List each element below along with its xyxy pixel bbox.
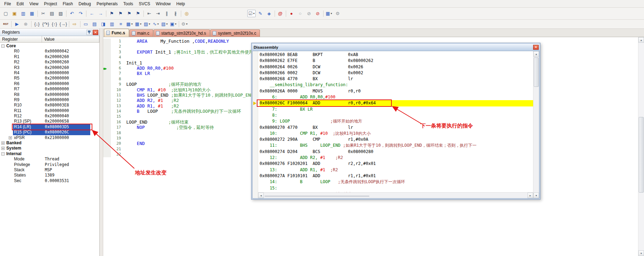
scroll-down-icon[interactable]: ▼ (533, 193, 539, 198)
symbol-window-icon[interactable]: ◨ (99, 20, 107, 28)
breakpoints-disable-all-icon[interactable]: ⊘ (305, 10, 313, 17)
breakpoint-enable-icon[interactable]: ○ (296, 10, 304, 17)
tree-expander-icon[interactable]: + (1, 141, 5, 145)
scroll-down-icon[interactable]: ▼ (638, 250, 644, 256)
dropdown-arrow-icon[interactable]: ▾ (186, 22, 187, 26)
registers-close-button[interactable]: ✕ (93, 30, 98, 35)
disassembly-line[interactable]: 13: ADD R1, #1 ;R2 (260, 167, 533, 173)
reset-icon[interactable]: RST (2, 20, 10, 28)
register-row-r4[interactable]: R40x00000000 (0, 70, 99, 76)
step-out-icon[interactable]: {↑} (50, 20, 58, 28)
disassembly-gutter[interactable] (253, 51, 258, 198)
disassembly-line[interactable]: 12: ADD R2, #1 ;R2 (260, 155, 533, 161)
menu-debug[interactable]: Debug (76, 1, 94, 7)
register-row-r15-pc-[interactable]: R15 (PC)0x0800026C (0, 130, 99, 135)
register-row-r9[interactable]: R90x00000000 (0, 97, 99, 103)
register-row-r14-lr-[interactable]: R14 (LR)0x080003D5 (0, 124, 99, 130)
uncomment-icon[interactable]: ∦ (171, 10, 179, 17)
register-row-states[interactable]: States1389 (0, 173, 99, 178)
editor-vscrollbar[interactable]: ▲ ▼ (638, 37, 644, 256)
breakpoint-margin[interactable] (103, 39, 111, 44)
disassembly-hscrollbar[interactable]: ◄ ► (258, 192, 533, 198)
disassembly-titlebar[interactable]: Disassembly ✕ (252, 44, 539, 51)
menu-peripherals[interactable]: Peripherals (94, 1, 121, 7)
disassembly-hscroll-thumb[interactable] (264, 196, 369, 196)
disassembly-line[interactable]: 7: BX LR (260, 106, 533, 112)
bookmark-prev-icon[interactable]: ⚑ (116, 10, 125, 17)
toolbox-icon[interactable]: ⚙▾ (181, 20, 189, 28)
register-row-mode[interactable]: ModeThread (0, 157, 99, 162)
dropdown-arrow-icon[interactable]: ▾ (253, 12, 255, 15)
disassembly-line[interactable]: 0x08000270 4770 BX lr (260, 125, 533, 131)
disassembly-line[interactable]: 0x08000264 0026 DCW 0x0026 (260, 64, 533, 70)
register-row-banked[interactable]: +Banked (0, 140, 99, 146)
disassembly-line[interactable]: 0x0800026A 0000 MOVS r0,r0 (260, 88, 533, 94)
run-icon[interactable]: ▶ (13, 20, 21, 28)
step-over-icon[interactable]: {↷} (42, 20, 50, 28)
register-row-internal[interactable]: -Internal (0, 151, 99, 157)
registers-window-icon[interactable]: ▥ (108, 20, 116, 28)
cut-icon[interactable]: ✂ (39, 10, 47, 17)
register-row-r5[interactable]: R50x20000000 (0, 76, 99, 81)
scroll-up-icon[interactable]: ▲ (533, 51, 539, 57)
register-row-system[interactable]: +System (0, 146, 99, 151)
register-row-r12[interactable]: R120x20000040 (0, 113, 99, 119)
breakpoint-margin[interactable] (103, 146, 111, 152)
disassembly-line[interactable]: 0x08000274 D204 BCS 0x08000280 (260, 149, 533, 155)
register-row-r0[interactable]: R00x00000042 (0, 49, 99, 54)
disassembly-line[interactable]: 0x08000272 290A CMP r1,#0x0A (260, 137, 533, 143)
disassembly-line[interactable]: 0x08000260 BEAB BKPT 0xAB (260, 52, 533, 58)
register-row-xpsr[interactable]: +xPSR0x21000000 (0, 135, 99, 140)
watch-window-icon[interactable]: ▩▾ (126, 20, 134, 28)
navigate-forward-icon[interactable]: → (97, 10, 105, 17)
breakpoint-margin[interactable] (103, 55, 111, 60)
step-into-icon[interactable]: {↓} (33, 20, 41, 28)
open-file-icon[interactable]: ▣ (10, 10, 19, 17)
disassembly-current-line[interactable]: 0x0800026C F1000064 ADD r0,r0,#0x64 (260, 100, 533, 106)
run-to-cursor-icon[interactable]: {→} (59, 20, 68, 28)
tab-main-c[interactable]: main.c (129, 29, 153, 37)
disassembly-line[interactable]: 9: LOOP ;循环开始的地方 (260, 118, 533, 124)
dropdown-arrow-icon[interactable]: ▾ (166, 22, 168, 26)
disassembly-vscrollbar[interactable]: ▲ ▼ (533, 51, 539, 198)
disassembly-content[interactable]: 0x08000260 BEAB BKPT 0xAB0x08000262 E7FE… (258, 51, 533, 192)
disassembly-line[interactable]: 8: (260, 112, 533, 118)
call-stack-window-icon[interactable]: ≡ (117, 20, 125, 28)
editor-scrollbar-track[interactable] (638, 43, 644, 250)
tree-expander-icon[interactable]: - (1, 44, 5, 48)
disassembly-vscroll-thumb[interactable] (534, 57, 539, 87)
scroll-left-icon[interactable]: ◄ (258, 193, 264, 198)
bookmark-toggle-icon[interactable]: ⚑ (108, 10, 116, 17)
tab-func-s[interactable]: Func.s (104, 29, 129, 37)
bookmark-clear-all-icon[interactable]: ⚑ (134, 10, 142, 17)
tree-expander-icon[interactable]: + (9, 136, 12, 139)
window-layout-icon[interactable]: ▦▾ (325, 10, 333, 17)
tree-expander-icon[interactable]: - (1, 152, 5, 155)
register-row-privilege[interactable]: PrivilegePrivileged (0, 162, 99, 167)
breakpoint-margin[interactable] (103, 130, 111, 136)
bookmark-next-icon[interactable]: ⚑ (125, 10, 133, 17)
tools-wrench-icon[interactable]: ⚙ (334, 10, 342, 17)
breakpoints-kill-all-icon[interactable]: ⊘ (314, 10, 322, 17)
dropdown-arrow-icon[interactable]: ▾ (157, 22, 159, 26)
redo-icon[interactable]: ↷ (77, 10, 85, 17)
register-row-core[interactable]: -Core (0, 43, 99, 49)
register-row-r11[interactable]: R110x00000000 (0, 108, 99, 113)
dropdown-arrow-icon[interactable]: ▾ (140, 22, 141, 26)
breakpoint-insert-icon[interactable]: ● (288, 10, 296, 17)
breakpoint-margin[interactable] (103, 44, 111, 49)
register-row-r10[interactable]: R100x080003E8 (0, 103, 99, 108)
tab-startup-stm32f10x-hd-s[interactable]: startup_stm32f10x_hd.s (154, 29, 210, 37)
tab-system-stm32f10x-c[interactable]: system_stm32f10x.c (210, 29, 260, 37)
disassembly-line[interactable]: 14: B LOOP ;无条件跳转到LOOP执行下一次循环 (260, 179, 533, 185)
new-file-icon[interactable]: ▢ (2, 10, 10, 17)
flash-download-icon[interactable]: ◈ (265, 10, 273, 17)
breakpoint-margin[interactable]: ▶▶ (103, 65, 111, 71)
save-icon[interactable]: ▥ (19, 10, 27, 17)
scroll-up-icon[interactable]: ▲ (638, 37, 644, 43)
dropdown-arrow-icon[interactable]: ▾ (175, 22, 176, 26)
menu-tools[interactable]: Tools (121, 1, 136, 7)
menu-svcs[interactable]: SVCS (136, 1, 153, 7)
disassembly-line[interactable]: 10: CMP R1, #10 ;比较R1与10的大小 (260, 131, 533, 137)
dropdown-arrow-icon[interactable]: ▾ (331, 12, 332, 15)
